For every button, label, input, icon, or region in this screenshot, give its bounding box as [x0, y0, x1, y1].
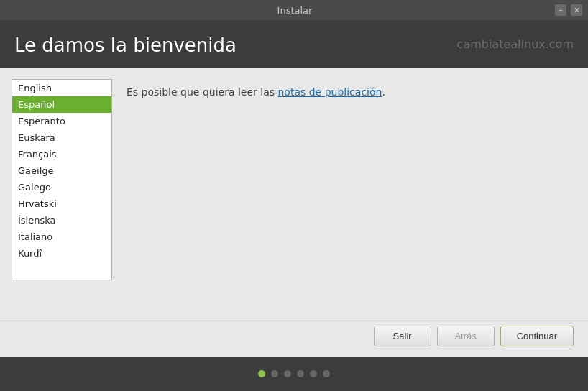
main-window: Le damos la bienvenida cambiatealinux.co… — [0, 20, 588, 356]
language-item-espanol[interactable]: Español — [12, 96, 111, 113]
back-button[interactable]: Atrás — [437, 326, 495, 346]
language-item-esperanto[interactable]: Esperanto — [12, 113, 111, 129]
continue-button[interactable]: Continuar — [500, 326, 574, 346]
page-title: Le damos la bienvenida — [14, 34, 574, 56]
progress-dot-2 — [271, 370, 278, 377]
progress-dot-1 — [258, 370, 265, 377]
language-item-francais[interactable]: Français — [12, 146, 111, 162]
close-button[interactable]: ✕ — [571, 4, 582, 16]
language-item-islenska[interactable]: Íslenska — [12, 212, 111, 229]
language-item-hrvatski[interactable]: Hrvatski — [12, 196, 111, 212]
titlebar: Instalar − ✕ — [0, 0, 588, 20]
progress-dot-4 — [297, 370, 304, 377]
progress-dot-3 — [284, 370, 291, 377]
language-item-euskara[interactable]: Euskara — [12, 129, 111, 146]
release-notes-link[interactable]: notas de publicación — [277, 86, 382, 98]
language-item-italiano[interactable]: Italiano — [12, 229, 111, 245]
buttons-area: Salir Atrás Continuar — [0, 318, 588, 356]
progress-dot-5 — [310, 370, 317, 377]
language-item-gaeilge[interactable]: Gaeilge — [12, 162, 111, 179]
release-notes-paragraph: Es posible que quiera leer las notas de … — [127, 85, 576, 100]
window-title: Instalar — [35, 5, 555, 16]
release-notes-intro: Es posible que quiera leer las — [127, 86, 277, 98]
language-list: EnglishEspañolEsperantoEuskaraFrançaisGa… — [12, 79, 112, 280]
language-item-english[interactable]: English — [12, 80, 111, 96]
window-controls: − ✕ — [555, 4, 582, 16]
progress-dot-6 — [323, 370, 330, 377]
language-item-kurdi[interactable]: Kurdî — [12, 245, 111, 262]
header: Le damos la bienvenida cambiatealinux.co… — [0, 20, 588, 68]
release-notes-period: . — [382, 86, 385, 98]
progress-dots — [0, 356, 588, 391]
right-content: Es posible que quiera leer las notas de … — [127, 79, 576, 306]
content-area: EnglishEspañolEsperantoEuskaraFrançaisGa… — [0, 68, 588, 318]
language-item-galego[interactable]: Galego — [12, 179, 111, 196]
quit-button[interactable]: Salir — [374, 326, 431, 346]
language-list-container: EnglishEspañolEsperantoEuskaraFrançaisGa… — [12, 79, 112, 306]
minimize-button[interactable]: − — [555, 4, 566, 16]
